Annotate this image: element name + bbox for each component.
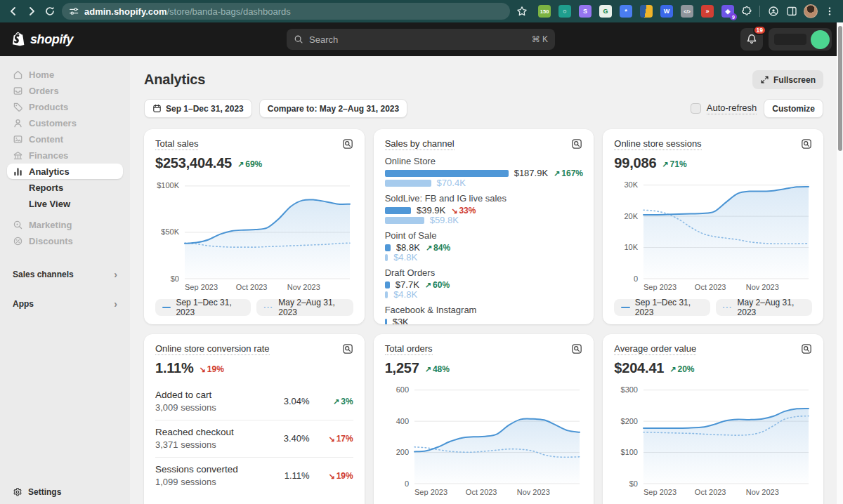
bookmark-star-icon[interactable] [516, 5, 528, 18]
channel-value: $7.7K [396, 279, 419, 290]
svg-text:200: 200 [396, 448, 408, 456]
channel-list: Online Store$187.9K↗167%$70.4KSoldLive: … [385, 156, 583, 324]
legend-current-period[interactable]: Sep 1–Dec 31, 2023 [614, 299, 710, 316]
metric-title[interactable]: Online store conversion rate [155, 343, 270, 355]
sidebar-item-label: Home [29, 69, 54, 80]
sidebar-item-label: Finances [29, 150, 68, 161]
explore-report-icon[interactable] [342, 138, 353, 150]
scrollbar-thumb[interactable] [838, 26, 842, 151]
ring-extension-icon[interactable]: ○ [558, 5, 571, 18]
store-avatar [811, 30, 830, 49]
explore-report-icon[interactable] [801, 343, 812, 354]
card-total-sales: Total sales $253,404.45 ↗69% $0$50K$100K… [144, 129, 365, 324]
total-sales-chart: $0$50K$100KSep 2023Oct 2023Nov 2023 [155, 174, 353, 293]
card-online-store-sessions: Online store sessions 99,086 ↗71% 010K20… [603, 129, 823, 324]
sidebar-item-home[interactable]: Home [7, 67, 123, 82]
funnel-label: Added to cart [155, 390, 247, 400]
channel-bar-current [385, 244, 391, 251]
browser-profile-icon[interactable] [767, 5, 780, 18]
s-extension-icon[interactable]: S [579, 5, 592, 18]
page-scrollbar[interactable] [837, 22, 843, 504]
sidebar-item-label: Orders [29, 86, 59, 96]
metric-title[interactable]: Sales by channel [385, 138, 455, 150]
analytics-icon [13, 166, 23, 177]
metric-title[interactable]: Online store sessions [614, 138, 701, 150]
average-order-value-svg: $0$100$200$300Sep 2023Oct 2023Nov 2023 [614, 379, 812, 498]
sidebar-item-content[interactable]: Content [7, 131, 123, 147]
legend-previous-period[interactable]: ···May 2–Aug 31, 2023 [256, 299, 353, 316]
w-extension-icon[interactable]: W [660, 5, 673, 18]
delta-up: ↗48% [425, 364, 450, 374]
metric-value: 1.11% [155, 360, 194, 376]
home-icon [13, 69, 23, 80]
site-settings-icon[interactable] [69, 6, 79, 16]
svg-text:Oct 2023: Oct 2023 [236, 283, 268, 291]
search-shortcut: ⌘ K [532, 34, 548, 44]
sidebar-section-sales-channels[interactable]: Sales channels › [0, 266, 130, 283]
g-extension-icon[interactable]: G [599, 5, 612, 18]
metric-title[interactable]: Total sales [155, 138, 198, 150]
sidebar-item-label: Products [29, 102, 68, 112]
code-extension-icon[interactable]: </> [681, 5, 693, 18]
asterisk-extension-icon[interactable]: * [620, 5, 632, 18]
sidebar-item-settings[interactable]: Settings [0, 480, 130, 504]
sidebar-item-live-view[interactable]: Live View [7, 196, 123, 211]
forward-icon[interactable] [25, 5, 38, 18]
refresh-icon[interactable] [44, 5, 56, 18]
back-icon[interactable] [7, 5, 20, 18]
shopping-extension-icon[interactable]: 150 [538, 5, 551, 18]
global-search[interactable]: ⌘ K [287, 29, 555, 50]
metric-delta: ↘19% [200, 362, 224, 375]
toolbar-divider [759, 6, 760, 17]
extensions-puzzle-icon[interactable] [740, 5, 752, 18]
legend-current-period[interactable]: Sep 1–Dec 31, 2023 [155, 299, 251, 316]
sidebar-item-orders[interactable]: Orders [7, 83, 123, 98]
auto-refresh-toggle[interactable]: Auto-refresh [691, 102, 757, 114]
diamond-extension-icon[interactable]: ◆9 [721, 5, 734, 18]
explore-report-icon[interactable] [342, 343, 353, 354]
sidebar-item-customers[interactable]: Customers [7, 115, 123, 131]
funnel-label: Reached checkout [155, 427, 247, 437]
notifications-button[interactable]: 19 [740, 28, 763, 51]
sidebar-item-products[interactable]: Products [7, 99, 123, 114]
chevron-right-icon: › [114, 298, 117, 310]
svg-text:$0: $0 [629, 479, 638, 488]
red-extension-icon[interactable]: » [701, 5, 714, 18]
channel-compare-value: $59.8K [430, 215, 459, 225]
channel-row-5: Facebook & Instagram$3K [385, 305, 583, 324]
browser-avatar[interactable] [804, 4, 818, 18]
address-bar[interactable]: admin.shopify.com/store/banda-bags/dashb… [62, 3, 510, 20]
search-input[interactable] [309, 34, 526, 45]
explore-report-icon[interactable] [801, 138, 812, 150]
dashboard-grid: Total sales $253,404.45 ↗69% $0$50K$100K… [144, 129, 823, 504]
fullscreen-button[interactable]: Fullscreen [752, 70, 823, 89]
moon-extension-icon[interactable] [640, 5, 653, 18]
sidebar-item-marketing[interactable]: Marketing [7, 217, 123, 232]
sidebar-item-discounts[interactable]: Discounts [7, 233, 123, 248]
sidebar-section-apps[interactable]: Apps › [0, 296, 130, 312]
shopify-logo[interactable]: shopify [11, 32, 73, 48]
svg-text:20K: 20K [625, 212, 639, 220]
metric-title[interactable]: Total orders [385, 343, 433, 355]
solid-line-marker [162, 307, 171, 308]
customize-button[interactable]: Customize [764, 99, 823, 118]
metric-value: $204.41 [614, 360, 664, 376]
sidebar-item-finances[interactable]: Finances [7, 147, 123, 163]
side-panel-icon[interactable] [785, 5, 798, 18]
explore-report-icon[interactable] [571, 343, 582, 354]
metric-title[interactable]: Average order value [614, 343, 696, 355]
explore-report-icon[interactable] [571, 138, 582, 150]
sidebar-item-reports[interactable]: Reports [7, 180, 123, 195]
card-conversion-rate: Online store conversion rate 1.11% ↘19% … [144, 334, 365, 504]
funnel-rate: 1.11% [247, 470, 310, 481]
store-switcher[interactable] [769, 28, 832, 51]
metric-value: $253,404.45 [155, 155, 232, 171]
extension-badge: 9 [730, 13, 737, 20]
sidebar-item-analytics[interactable]: Analytics [7, 164, 123, 179]
auto-refresh-checkbox[interactable] [691, 103, 701, 114]
date-range-button[interactable]: Sep 1–Dec 31, 2023 [144, 99, 252, 118]
legend-previous-period[interactable]: ···May 2–Aug 31, 2023 [716, 299, 812, 316]
svg-text:$100: $100 [621, 448, 638, 456]
browser-menu-icon[interactable] [823, 5, 836, 18]
compare-range-button[interactable]: Compare to: May 2–Aug 31, 2023 [259, 99, 407, 118]
